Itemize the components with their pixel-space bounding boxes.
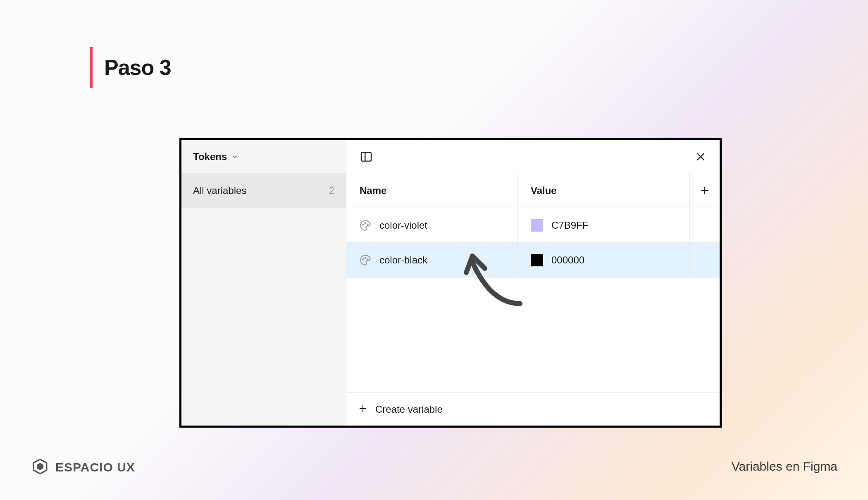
close-icon[interactable] xyxy=(693,149,708,164)
column-header-name: Name xyxy=(346,173,517,208)
brand-logo: ESPACIO UX xyxy=(31,458,135,477)
svg-point-11 xyxy=(367,258,368,260)
page-heading: Paso 3 xyxy=(90,47,171,88)
column-header-value: Value xyxy=(517,173,690,208)
hex-value: 000000 xyxy=(551,254,584,266)
footer-caption: Variables en Figma xyxy=(732,459,837,474)
brand-text: ESPACIO UX xyxy=(55,460,135,474)
svg-point-8 xyxy=(367,224,368,225)
sidebar-item-all-variables[interactable]: All variables 2 xyxy=(181,173,346,208)
table-header: Name Value xyxy=(346,173,720,208)
table-body: color-violetC7B9FFcolor-black000000 xyxy=(346,208,720,278)
sidebar-item-count: 2 xyxy=(329,185,334,196)
add-column-button[interactable] xyxy=(690,173,720,208)
svg-point-7 xyxy=(365,222,366,224)
svg-rect-0 xyxy=(361,152,371,161)
main-header xyxy=(346,140,720,173)
sidebar-item-label: All variables xyxy=(193,185,246,196)
create-variable-label: Create variable xyxy=(375,404,443,415)
row-end-spacer xyxy=(690,243,720,277)
panel-main: Name Value color-violetC7B9FFcolor-black… xyxy=(346,140,720,426)
sidebar-header[interactable]: Tokens xyxy=(181,140,346,173)
svg-point-10 xyxy=(365,257,366,258)
variables-panel: Tokens All variables 2 xyxy=(179,138,722,428)
heading-text: Paso 3 xyxy=(104,55,171,80)
panel-sidebar: Tokens All variables 2 xyxy=(181,140,346,426)
variable-name: color-black xyxy=(379,254,427,266)
chevron-down-icon xyxy=(231,153,238,160)
plus-icon xyxy=(358,404,368,415)
variable-name: color-violet xyxy=(379,220,427,231)
color-swatch xyxy=(531,254,543,266)
svg-point-6 xyxy=(362,224,364,225)
heading-accent-bar xyxy=(90,47,93,88)
row-end-spacer xyxy=(690,208,720,242)
table-row[interactable]: color-violetC7B9FF xyxy=(346,208,720,243)
sidebar-toggle-icon[interactable] xyxy=(358,148,374,165)
row-value-cell[interactable]: 000000 xyxy=(517,243,690,277)
svg-point-9 xyxy=(362,258,364,260)
create-variable-button[interactable]: Create variable xyxy=(346,392,720,426)
table-row[interactable]: color-black000000 xyxy=(346,243,720,278)
logo-icon xyxy=(31,458,49,477)
row-value-cell[interactable]: C7B9FF xyxy=(517,208,690,242)
sidebar-title: Tokens xyxy=(193,151,227,163)
hex-value: C7B9FF xyxy=(551,220,588,231)
palette-icon xyxy=(360,254,371,266)
row-name-cell[interactable]: color-black xyxy=(346,243,517,277)
color-swatch xyxy=(531,219,543,232)
palette-icon xyxy=(360,220,371,231)
row-name-cell[interactable]: color-violet xyxy=(346,208,517,242)
